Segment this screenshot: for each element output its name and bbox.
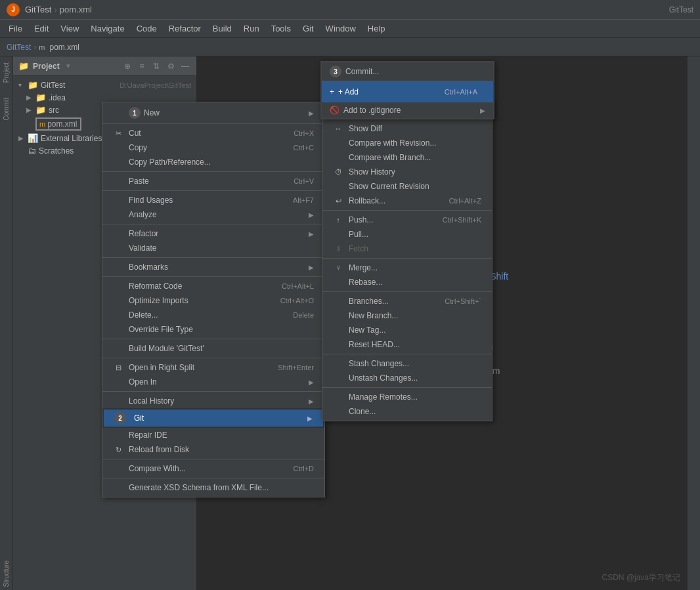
sep5 bbox=[102, 257, 324, 258]
minimize-icon[interactable]: — bbox=[179, 60, 191, 72]
sub-unstash[interactable]: Unstash Changes... bbox=[322, 371, 492, 385]
breadcrumb-filename[interactable]: pom.xml bbox=[50, 43, 79, 52]
ctx-bookmarks[interactable]: Bookmarks ▶ bbox=[102, 260, 324, 274]
sub-show-history[interactable]: ⏱ Show History bbox=[322, 165, 492, 179]
sub-compare-revision-label: Compare with Revision... bbox=[349, 138, 436, 148]
collapse-icon[interactable]: ≡ bbox=[136, 60, 148, 72]
ctx-generate-xsd[interactable]: Generate XSD Schema from XML File... bbox=[102, 480, 324, 495]
ctx-find-usages[interactable]: Find Usages Alt+F7 bbox=[102, 193, 324, 207]
sub-push-label: Push... bbox=[349, 215, 373, 224]
ctx-repair[interactable]: Repair IDE bbox=[102, 428, 324, 442]
sub-unstash-label: Unstash Changes... bbox=[349, 373, 418, 383]
ctx-copy-path-label: Copy Path/Reference... bbox=[129, 158, 211, 167]
sub-reset-head[interactable]: Reset HEAD... bbox=[322, 337, 492, 352]
add-box-gitignore[interactable]: 🚫 Add to .gitignore ▶ bbox=[322, 102, 493, 118]
ctx-copy-path[interactable]: Copy Path/Reference... bbox=[102, 155, 324, 169]
sort-icon[interactable]: ⇅ bbox=[150, 60, 162, 72]
locate-icon[interactable]: ⊕ bbox=[121, 60, 133, 72]
ctx-open-right[interactable]: ⊟ Open in Right Split Shift+Enter bbox=[102, 360, 324, 375]
sep3 bbox=[102, 190, 324, 191]
sub-rebase[interactable]: Rebase... bbox=[322, 275, 492, 289]
ctx-git[interactable]: 2 Git ▶ bbox=[102, 408, 324, 428]
menu-help[interactable]: Help bbox=[362, 22, 391, 35]
menu-run[interactable]: Run bbox=[238, 22, 265, 35]
breadcrumb-sep: › bbox=[33, 43, 36, 52]
ctx-cut-label: Cut bbox=[129, 129, 141, 138]
ctx-local-history-label: Local History bbox=[129, 396, 174, 406]
menu-git[interactable]: Git bbox=[297, 22, 319, 35]
sidebar-structure-label[interactable]: Structure bbox=[1, 558, 11, 590]
sub-rebase-label: Rebase... bbox=[349, 278, 382, 287]
ctx-delete[interactable]: Delete... Delete bbox=[102, 308, 324, 322]
sub-sep5 bbox=[322, 354, 492, 354]
rollback-icon: ↩ bbox=[333, 197, 343, 205]
sub-compare-branch[interactable]: Compare with Branch... bbox=[322, 150, 492, 165]
settings-icon[interactable]: ⚙ bbox=[165, 60, 177, 72]
watermark: CSDN @java学习笔记 bbox=[602, 572, 680, 583]
sub-sep2 bbox=[322, 210, 492, 211]
ctx-local-history[interactable]: Local History ▶ bbox=[102, 394, 324, 408]
sub-push[interactable]: ↑ Push... Ctrl+Shift+K bbox=[322, 213, 492, 227]
ctx-open-right-label: Open in Right Split bbox=[129, 363, 194, 372]
ctx-validate[interactable]: Validate bbox=[102, 241, 324, 255]
sub-compare-branch-label: Compare with Branch... bbox=[349, 153, 431, 162]
ctx-override[interactable]: Override File Type bbox=[102, 322, 324, 337]
menu-code[interactable]: Code bbox=[131, 22, 162, 35]
sub-manage-remotes[interactable]: Manage Remotes... bbox=[322, 390, 492, 404]
menu-tools[interactable]: Tools bbox=[266, 22, 296, 35]
gitignore-arrow: ▶ bbox=[480, 107, 485, 114]
sub-clone[interactable]: Clone... bbox=[322, 404, 492, 419]
sub-stash[interactable]: Stash Changes... bbox=[322, 356, 492, 371]
sub-compare-revision[interactable]: Compare with Revision... bbox=[322, 136, 492, 150]
sub-rollback[interactable]: ↩ Rollback... Ctrl+Alt+Z bbox=[322, 194, 492, 208]
sub-fetch[interactable]: ⬇ Fetch bbox=[322, 242, 492, 256]
menu-file[interactable]: File bbox=[3, 22, 28, 35]
ctx-new[interactable]: 1 New ▶ bbox=[102, 104, 324, 121]
push-shortcut: Ctrl+Shift+K bbox=[443, 216, 481, 224]
sub-show-diff[interactable]: ↔ Show Diff bbox=[322, 121, 492, 136]
ctx-paste[interactable]: Paste Ctrl+V bbox=[102, 174, 324, 188]
menu-build[interactable]: Build bbox=[208, 22, 237, 35]
reload-icon: ↻ bbox=[113, 446, 123, 454]
open-right-icon: ⊟ bbox=[113, 364, 123, 372]
add-box-commit[interactable]: 3 Commit... bbox=[322, 62, 493, 81]
new-arrow: ▶ bbox=[309, 110, 314, 117]
ctx-cut[interactable]: ✂ Cut Ctrl+X bbox=[102, 126, 324, 140]
copy-shortcut: Ctrl+C bbox=[294, 144, 314, 152]
ctx-refactor[interactable]: Refactor ▶ bbox=[102, 226, 324, 241]
menu-edit[interactable]: Edit bbox=[29, 22, 54, 35]
breadcrumb-project[interactable]: GitTest bbox=[7, 43, 31, 52]
sep9 bbox=[102, 391, 324, 392]
ctx-reload[interactable]: ↻ Reload from Disk bbox=[102, 442, 324, 457]
sub-branches[interactable]: Branches... Ctrl+Shift+` bbox=[322, 294, 492, 308]
sub-new-branch[interactable]: New Branch... bbox=[322, 308, 492, 323]
sub-new-tag[interactable]: New Tag... bbox=[322, 323, 492, 337]
ctx-analyze-label: Analyze bbox=[129, 210, 157, 219]
add-box-add[interactable]: + + Add Ctrl+Alt+A bbox=[322, 81, 493, 102]
tree-root[interactable]: ▾ 📁 GitTest D:\JavaProject\GitTest bbox=[13, 79, 196, 91]
ctx-optimize[interactable]: Optimize Imports Ctrl+Alt+O bbox=[102, 293, 324, 308]
add-label: + Add bbox=[338, 87, 359, 96]
menu-window[interactable]: Window bbox=[320, 22, 361, 35]
ctx-compare[interactable]: Compare With... Ctrl+D bbox=[102, 461, 324, 476]
sidebar-project-label[interactable]: Project bbox=[1, 60, 11, 85]
add-plus-icon: + bbox=[330, 87, 334, 96]
sidebar-commit-label[interactable]: Commit bbox=[1, 95, 11, 123]
fetch-icon: ⬇ bbox=[333, 245, 343, 253]
menu-navigate[interactable]: Navigate bbox=[85, 22, 129, 35]
sep1 bbox=[102, 123, 324, 124]
ctx-build[interactable]: Build Module 'GitTest' bbox=[102, 341, 324, 356]
menu-refactor[interactable]: Refactor bbox=[164, 22, 206, 35]
sub-pull[interactable]: Pull... bbox=[322, 227, 492, 242]
badge-3: 3 bbox=[330, 66, 341, 77]
ctx-analyze[interactable]: Analyze ▶ bbox=[102, 207, 324, 222]
ctx-repair-label: Repair IDE bbox=[129, 431, 167, 440]
sub-merge[interactable]: ⑂ Merge... bbox=[322, 261, 492, 275]
ctx-reformat[interactable]: Reformat Code Ctrl+Alt+L bbox=[102, 279, 324, 293]
ctx-open-in[interactable]: Open In ▶ bbox=[102, 375, 324, 389]
sub-show-current[interactable]: Show Current Revision bbox=[322, 179, 492, 194]
menu-view[interactable]: View bbox=[55, 22, 84, 35]
breadcrumb-file: m bbox=[39, 43, 45, 51]
ctx-copy[interactable]: Copy Ctrl+C bbox=[102, 140, 324, 155]
compare-shortcut: Ctrl+D bbox=[294, 465, 314, 473]
